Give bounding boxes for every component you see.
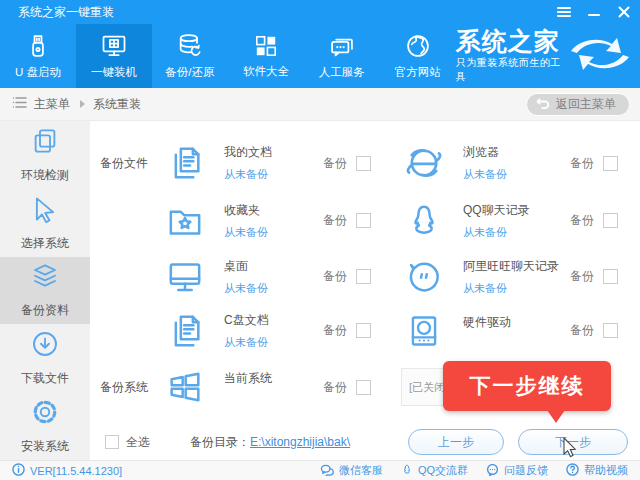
group-label: 备份文件 [100, 155, 162, 172]
footer-link-qq-group[interactable]: QQ交流群 [401, 463, 468, 478]
qq-icon [401, 199, 447, 243]
breadcrumb-arrow-icon [80, 100, 85, 108]
sidebar-label: 备份资料 [21, 302, 69, 319]
backup-checkbox[interactable] [603, 213, 618, 228]
item-title: 阿里旺旺聊天记录 [463, 258, 559, 275]
hardware-drive-icon [401, 309, 447, 353]
brand-tagline: 只为重装系统而生的工具 [456, 56, 562, 84]
nav-service[interactable]: 人工服务 [304, 24, 380, 88]
help-icon [566, 463, 579, 478]
backup-row: 收藏夹从未备份 备份 QQ聊天记录从未备份 备份 [90, 192, 640, 249]
footer-link-help-video[interactable]: 帮助视频 [566, 463, 628, 478]
next-step-button[interactable]: 下一步 [518, 429, 628, 455]
backup-checkbox[interactable] [356, 213, 371, 228]
backup-item-my-documents: 我的文档从未备份 备份 [162, 141, 401, 185]
backup-label: 备份 [323, 212, 347, 229]
sidebar-item-backup-data[interactable]: 备份资料 [0, 257, 90, 325]
select-all-label: 全选 [126, 434, 150, 451]
item-status [463, 337, 511, 348]
layers-icon [29, 261, 61, 295]
backup-item-qq-history: QQ聊天记录从未备份 备份 [401, 199, 640, 243]
footer-link-feedback[interactable]: 问题反馈 [486, 463, 548, 478]
sidebar-item-install-system[interactable]: 安装系统 [0, 392, 90, 460]
windows-icon [162, 365, 208, 409]
usb-icon [24, 32, 52, 60]
item-title: 桌面 [224, 258, 268, 275]
backup-checkbox[interactable] [356, 323, 371, 338]
backup-item-wangwang-history: 阿里旺旺聊天记录从未备份 备份 [401, 255, 640, 299]
select-all: 全选 [105, 434, 150, 451]
sidebar-label: 环境检测 [21, 167, 69, 184]
previous-step-button[interactable]: 上一步 [408, 429, 504, 455]
item-title: 我的文档 [224, 144, 272, 161]
item-title: 当前系统 [224, 370, 272, 387]
back-button-label: 返回主菜单 [556, 96, 616, 113]
item-status: 从未备份 [463, 281, 559, 296]
backup-item-hardware-drivers: 硬件驱动 备份 [401, 309, 640, 353]
breadcrumb-root[interactable]: 主菜单 [34, 96, 70, 113]
download-icon [30, 329, 60, 363]
backup-checkbox[interactable] [356, 156, 371, 171]
backup-label: 备份 [323, 379, 347, 396]
backup-row: 备份文件 我的文档从未备份 备份 浏览器从未备份 备份 [90, 134, 640, 192]
backup-row: C盘文档从未备份 备份 硬件驱动 备份 [90, 304, 640, 357]
nav-label: 人工服务 [319, 65, 365, 80]
backup-checkbox[interactable] [603, 269, 618, 284]
sidebar-label: 选择系统 [21, 235, 69, 252]
menu-button[interactable] [556, 4, 572, 20]
documents-icon [162, 309, 208, 353]
step-buttons: 上一步 下一步 [408, 429, 628, 455]
backup-checkbox[interactable] [356, 380, 371, 395]
backup-checkbox[interactable] [603, 156, 618, 171]
nav-backup-restore[interactable]: 备份/还原 [152, 24, 228, 88]
nav-software[interactable]: 软件大全 [228, 24, 304, 88]
tooltip-text: 下一步继续 [470, 372, 585, 400]
backup-item-c-drive-docs: C盘文档从未备份 备份 [162, 309, 401, 353]
backup-dir-link[interactable]: E:\xitongzhijia\bak\ [250, 435, 350, 449]
next-step-tooltip: 下一步继续 [443, 361, 611, 411]
footer: VER[11.5.44.1230] 微信客服 QQ交流群 问题反馈 帮助视频 [0, 460, 640, 480]
item-title: 硬件驱动 [463, 314, 511, 331]
close-button[interactable] [616, 4, 632, 20]
group-label: 备份系统 [100, 379, 162, 396]
footer-link-wechat[interactable]: 微信客服 [320, 463, 383, 478]
footer-link-label: QQ交流群 [418, 463, 468, 478]
nav-label: 备份/还原 [165, 65, 214, 80]
globe-icon [404, 32, 432, 60]
window-controls [556, 4, 632, 20]
swoosh-logo-icon [568, 34, 632, 78]
sidebar-label: 安装系统 [21, 438, 69, 455]
backup-item-favorites: 收藏夹从未备份 备份 [162, 199, 401, 243]
tooltip-tail [547, 410, 565, 423]
version-text: VER[11.5.44.1230] [30, 465, 122, 477]
backup-item-desktop: 桌面从未备份 备份 [162, 255, 401, 299]
backup-label: 备份 [570, 268, 594, 285]
monitor-win-icon [99, 32, 129, 60]
breadcrumb-current: 系统重装 [93, 96, 141, 113]
item-status: 从未备份 [224, 335, 269, 350]
backup-label: 备份 [323, 322, 347, 339]
nav-label: 软件大全 [243, 64, 289, 79]
sidebar-item-select-system[interactable]: 选择系统 [0, 189, 90, 257]
item-title: 浏览器 [463, 144, 507, 161]
footer-link-label: 微信客服 [339, 463, 383, 478]
version-info: VER[11.5.44.1230] [12, 463, 122, 478]
nav-one-key-install[interactable]: 一键装机 [76, 24, 152, 88]
back-to-menu-button[interactable]: 返回主菜单 [526, 93, 630, 116]
wangwang-icon [401, 255, 447, 299]
titlebar: 系统之家一键重装 [0, 0, 640, 24]
database-restore-icon [176, 32, 204, 60]
item-title: C盘文档 [224, 312, 269, 329]
select-all-checkbox[interactable] [105, 435, 119, 449]
item-status [224, 393, 272, 404]
cursor-select-icon [30, 194, 60, 228]
sidebar-item-env-check[interactable]: 环境检测 [0, 121, 90, 189]
backup-checkbox[interactable] [356, 269, 371, 284]
nav-label: 一键装机 [91, 65, 137, 80]
nav-website[interactable]: 官方网站 [380, 24, 456, 88]
sidebar-item-download-files[interactable]: 下载文件 [0, 324, 90, 392]
backup-checkbox[interactable] [603, 323, 618, 338]
nav-usb-boot[interactable]: U 盘启动 [0, 24, 76, 88]
footer-link-label: 问题反馈 [504, 463, 548, 478]
minimize-button[interactable] [586, 4, 602, 20]
